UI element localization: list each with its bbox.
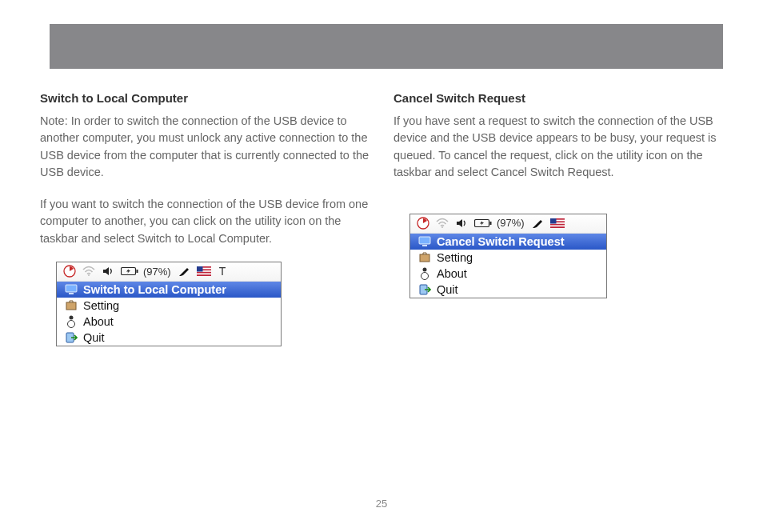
svg-rect-11 xyxy=(66,302,76,310)
menu-item-label: About xyxy=(83,315,114,328)
svg-rect-9 xyxy=(66,285,77,292)
right-paragraph-1: If you have sent a request to switch the… xyxy=(393,113,723,182)
wifi-icon[interactable] xyxy=(82,266,95,277)
about-icon xyxy=(65,315,78,328)
setting-icon xyxy=(418,251,431,264)
menu-item-switch-local[interactable]: Switch to Local Computer xyxy=(57,282,281,298)
svg-point-16 xyxy=(441,226,443,228)
mac-menubar: (97%) xyxy=(410,214,606,234)
svg-rect-7 xyxy=(197,274,211,275)
app-tray-icon[interactable] xyxy=(63,265,76,278)
about-icon xyxy=(418,267,431,280)
menu-item-quit[interactable]: Quit xyxy=(410,282,606,298)
battery-icon[interactable] xyxy=(474,218,492,228)
text-input-indicator: T xyxy=(219,265,226,278)
menu-item-label: Cancel Switch Request xyxy=(437,235,565,248)
menu-item-label: Quit xyxy=(83,331,105,344)
svg-rect-3 xyxy=(137,270,138,273)
us-flag-icon[interactable] xyxy=(550,218,565,228)
menu-item-label: Switch to Local Computer xyxy=(83,283,226,296)
menu-item-quit[interactable]: Quit xyxy=(57,330,281,346)
computer-icon xyxy=(418,235,431,248)
ink-icon[interactable] xyxy=(531,217,544,230)
menu-item-about[interactable]: About xyxy=(57,314,281,330)
svg-rect-23 xyxy=(550,218,557,224)
svg-point-13 xyxy=(70,316,74,320)
dropdown-menu: Switch to Local Computer Setting About xyxy=(57,282,281,346)
setting-icon xyxy=(65,299,78,312)
two-column-layout: Switch to Local Computer Note: In order … xyxy=(40,91,723,346)
svg-rect-22 xyxy=(550,225,565,226)
app-tray-icon[interactable] xyxy=(417,217,429,230)
us-flag-icon[interactable] xyxy=(197,266,211,276)
svg-rect-24 xyxy=(419,237,430,244)
quit-icon xyxy=(418,283,431,296)
menu-item-cancel-switch[interactable]: Cancel Switch Request xyxy=(410,234,606,250)
left-heading: Switch to Local Computer xyxy=(40,91,370,105)
left-column: Switch to Local Computer Note: In order … xyxy=(40,91,370,346)
page-number: 25 xyxy=(0,498,763,510)
menu-item-label: Setting xyxy=(83,299,119,312)
battery-percent: (97%) xyxy=(497,217,525,229)
battery-percent: (97%) xyxy=(143,266,171,278)
quit-icon xyxy=(65,331,78,344)
wifi-icon[interactable] xyxy=(436,218,449,229)
menu-item-setting[interactable]: Setting xyxy=(410,250,606,266)
menu-item-label: Quit xyxy=(437,283,458,296)
computer-icon xyxy=(65,283,78,296)
dropdown-menu: Cancel Switch Request Setting About xyxy=(410,234,606,298)
volume-icon[interactable] xyxy=(455,218,468,229)
svg-point-28 xyxy=(423,267,427,271)
left-paragraph-1: Note: In order to switch the connection … xyxy=(40,113,370,182)
screenshot-cancel-request: (97%) Cancel Switch Request xyxy=(409,214,607,298)
right-column: Cancel Switch Request If you have sent a… xyxy=(393,91,723,346)
menu-item-setting[interactable]: Setting xyxy=(57,298,281,314)
document-page: Switch to Local Computer Note: In order … xyxy=(0,0,763,532)
menu-item-label: About xyxy=(437,267,467,280)
svg-point-12 xyxy=(68,321,75,328)
left-paragraph-2: If you want to switch the connection of … xyxy=(40,196,370,247)
svg-point-1 xyxy=(88,274,90,276)
header-bar xyxy=(50,24,723,69)
screenshot-switch-local: (97%) T Switch to Local Computer xyxy=(56,262,282,346)
svg-point-27 xyxy=(421,272,429,279)
menu-item-label: Setting xyxy=(437,251,473,264)
svg-rect-10 xyxy=(69,293,74,294)
mac-menubar: (97%) T xyxy=(57,262,281,282)
svg-rect-8 xyxy=(197,266,203,272)
svg-rect-25 xyxy=(422,245,427,246)
svg-rect-26 xyxy=(420,254,429,262)
svg-rect-18 xyxy=(490,222,492,225)
ink-icon[interactable] xyxy=(178,265,190,278)
menu-item-about[interactable]: About xyxy=(410,266,606,282)
right-heading: Cancel Switch Request xyxy=(393,91,723,105)
volume-icon[interactable] xyxy=(102,266,114,277)
battery-icon[interactable] xyxy=(121,266,138,276)
